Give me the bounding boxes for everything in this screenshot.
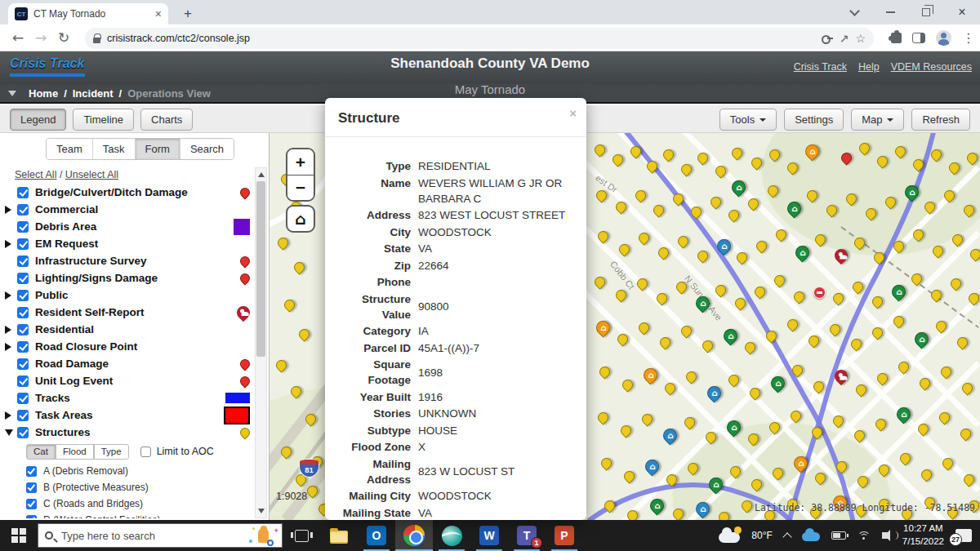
- structure-pin[interactable]: [970, 249, 980, 260]
- structure-pin[interactable]: [939, 412, 950, 423]
- structure-pin[interactable]: [815, 234, 826, 245]
- structure-pin[interactable]: [601, 458, 612, 469]
- settings-button[interactable]: Settings: [784, 109, 844, 131]
- structure-pin[interactable]: [911, 273, 922, 284]
- task-view-button[interactable]: [283, 520, 320, 551]
- structure-pin[interactable]: [715, 285, 726, 295]
- structure-pin[interactable]: [281, 447, 292, 457]
- assessed-pin-blue[interactable]: ⌂: [717, 239, 731, 253]
- battery-icon[interactable]: [831, 531, 846, 540]
- structure-pin[interactable]: [898, 362, 909, 372]
- url-text[interactable]: crisistrack.com/ctc2/console.jsp: [107, 33, 815, 44]
- onedrive-icon[interactable]: [802, 532, 820, 541]
- bookmark-star-icon[interactable]: ☆: [855, 32, 866, 45]
- structure-pin[interactable]: [885, 197, 896, 207]
- structure-pin[interactable]: [728, 375, 739, 385]
- structure-pin[interactable]: [595, 277, 605, 287]
- structure-pin[interactable]: [913, 159, 924, 170]
- structure-pin[interactable]: [791, 411, 801, 421]
- checkbox[interactable]: [17, 238, 29, 250]
- structure-pin[interactable]: [807, 190, 817, 201]
- structure-pin[interactable]: [681, 164, 692, 175]
- structure-pin[interactable]: [893, 316, 904, 327]
- structure-pin[interactable]: [748, 433, 759, 444]
- structure-pin[interactable]: [665, 383, 675, 393]
- window-chevron-icon[interactable]: [836, 0, 872, 24]
- forward-icon[interactable]: →: [29, 29, 52, 46]
- powerpoint-button[interactable]: P: [546, 520, 583, 551]
- wifi-icon[interactable]: [858, 531, 871, 540]
- share-icon[interactable]: ↗: [840, 32, 849, 45]
- structure-pin[interactable]: [684, 417, 695, 428]
- structure-pin[interactable]: [812, 427, 822, 438]
- structure-pin[interactable]: [676, 282, 687, 292]
- structure-pin[interactable]: [598, 412, 608, 423]
- structure-pin[interactable]: [691, 207, 702, 217]
- assessed-pin-orange[interactable]: ⌂: [805, 144, 819, 158]
- tab-team[interactable]: Team: [47, 139, 93, 159]
- scroll-up-icon[interactable]: [256, 169, 266, 180]
- checkbox[interactable]: [26, 499, 37, 509]
- assessed-pin-orange[interactable]: ⌂: [596, 321, 610, 335]
- structure-pin[interactable]: [766, 331, 777, 341]
- structure-pin[interactable]: [964, 205, 974, 216]
- header-link-vdem-resources[interactable]: VDEM Resources: [891, 61, 972, 73]
- timeline-button[interactable]: Timeline: [73, 109, 134, 131]
- structure-pin[interactable]: [737, 252, 747, 263]
- structure-pin[interactable]: [874, 252, 884, 263]
- structure-pin[interactable]: [854, 430, 865, 441]
- home-extent-button[interactable]: ⌂: [286, 205, 315, 233]
- structure-pin[interactable]: [697, 153, 708, 163]
- structure-pin[interactable]: [653, 205, 664, 216]
- assessed-pin-green[interactable]: ⌂: [732, 180, 746, 194]
- structure-pin[interactable]: [960, 429, 971, 439]
- window-minimize-button[interactable]: [872, 0, 908, 24]
- structure-pin[interactable]: [851, 339, 862, 349]
- structure-pin[interactable]: [276, 360, 287, 371]
- weather-icon[interactable]: [719, 532, 740, 543]
- expand-right-icon[interactable]: [5, 326, 11, 334]
- structure-pin[interactable]: [854, 238, 865, 248]
- tab-search[interactable]: Search: [180, 139, 234, 159]
- structure-pin[interactable]: [710, 197, 721, 207]
- structure-pin[interactable]: [681, 326, 692, 336]
- structures-tab-cat[interactable]: Cat: [26, 444, 56, 460]
- checkbox[interactable]: [17, 393, 29, 404]
- structure-pin[interactable]: [673, 509, 684, 519]
- checkbox[interactable]: [17, 375, 29, 387]
- structure-pin[interactable]: [630, 146, 641, 157]
- structure-pin[interactable]: [931, 149, 942, 160]
- structure-pin[interactable]: [666, 474, 677, 485]
- self-report-marker[interactable]: [835, 249, 848, 262]
- structure-pin[interactable]: [933, 246, 943, 256]
- assessed-pin-blue[interactable]: ⌂: [663, 429, 677, 442]
- checkbox[interactable]: [17, 256, 29, 267]
- assessed-pin-green[interactable]: ⌂: [915, 332, 929, 346]
- expand-right-icon[interactable]: [5, 411, 11, 420]
- structure-pin[interactable]: [773, 468, 783, 478]
- checkbox[interactable]: [17, 341, 29, 353]
- assessed-pin-green[interactable]: ⌂: [650, 499, 664, 513]
- zoom-in-button[interactable]: +: [287, 149, 314, 175]
- checkbox[interactable]: [17, 221, 29, 233]
- structure-pin[interactable]: [769, 422, 780, 433]
- structure-pin[interactable]: [836, 461, 847, 472]
- assessed-pin-green[interactable]: ⌂: [771, 376, 785, 390]
- assessed-pin-green[interactable]: ⌂: [892, 285, 906, 299]
- road-closure-marker[interactable]: [813, 287, 826, 299]
- assessed-pin-blue[interactable]: ⌂: [696, 502, 710, 516]
- password-key-icon[interactable]: [822, 33, 833, 44]
- structure-pin[interactable]: [769, 149, 780, 160]
- structure-pin[interactable]: [921, 469, 932, 480]
- structure-pin[interactable]: [619, 244, 630, 255]
- structure-pin[interactable]: [621, 425, 631, 436]
- scrollbar-thumb[interactable]: [256, 181, 265, 357]
- structure-pin[interactable]: [688, 463, 698, 473]
- structure-pin[interactable]: [639, 322, 649, 333]
- structure-pin[interactable]: [697, 251, 708, 261]
- structure-pin[interactable]: [627, 510, 638, 520]
- checkbox[interactable]: [17, 204, 29, 216]
- structure-pin[interactable]: [728, 210, 739, 220]
- profile-avatar[interactable]: [936, 30, 951, 46]
- expand-right-icon[interactable]: [5, 291, 11, 300]
